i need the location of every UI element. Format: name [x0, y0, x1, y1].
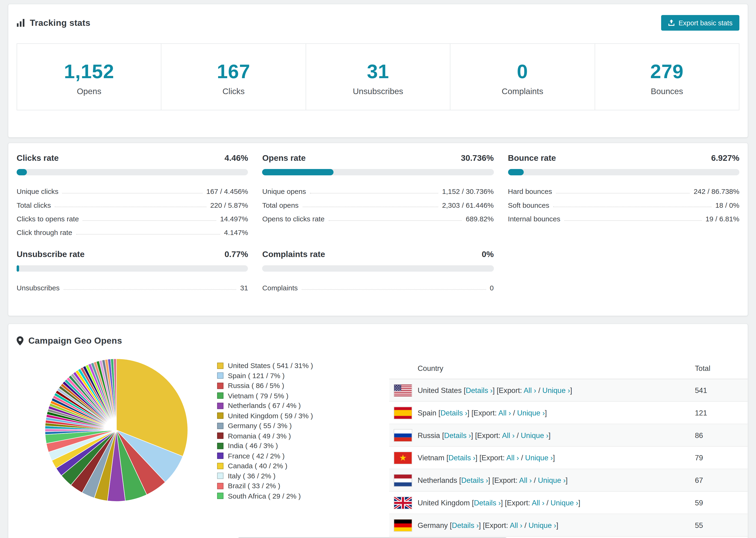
rate-detail-row: Hard bounces242 / 86.738% — [508, 182, 739, 195]
flag-icon-ru — [394, 429, 412, 441]
country-cell: United Kingdom [Details ›] [Export: All … — [418, 499, 695, 507]
dotted-leader — [83, 220, 216, 221]
flag-icon-nl — [394, 474, 412, 486]
rate-title: Bounce rate — [508, 153, 556, 163]
dotted-leader — [302, 289, 486, 290]
rate-details: Hard bounces242 / 86.738%Soft bounces18 … — [508, 182, 739, 223]
stat-value: 279 — [595, 61, 739, 82]
dotted-leader — [556, 193, 690, 193]
progress-bar — [262, 265, 494, 272]
country-column-header: Country — [418, 364, 695, 372]
geo-pie-chart[interactable] — [44, 358, 189, 503]
rate-detail-row: Unsubscribes31 — [17, 278, 248, 292]
rate-head: Opens rate30.736% — [262, 153, 494, 163]
export-all-link[interactable]: All › — [507, 454, 519, 462]
details-link[interactable]: Details › — [466, 386, 493, 394]
geo-content: United States ( 541 / 31% )Spain ( 121 /… — [17, 355, 748, 537]
total-cell: 67 — [695, 476, 748, 484]
export-unique-link[interactable]: Unique › — [551, 499, 578, 507]
legend-item: France ( 42 / 2% ) — [217, 451, 378, 461]
legend-item: United States ( 541 / 31% ) — [217, 360, 378, 371]
details-link[interactable]: Details › — [461, 476, 488, 484]
export-unique-link[interactable]: Unique › — [525, 454, 553, 462]
flag-icon-us — [394, 384, 412, 396]
export-all-link[interactable]: All › — [523, 386, 536, 394]
rate-detail-value: 14.497% — [220, 215, 248, 223]
dotted-leader — [76, 234, 220, 235]
total-cell: 79 — [695, 454, 748, 462]
legend-label: Italy ( 36 / 2% ) — [228, 472, 276, 480]
rate-detail-value: 689.82% — [466, 215, 494, 223]
legend-label: Vietnam ( 79 / 5% ) — [228, 392, 289, 400]
rate-block-clicks-rate: Clicks rate4.46%Unique clicks167 / 4.456… — [17, 153, 248, 237]
export-all-link[interactable]: All › — [499, 409, 511, 417]
flag-column-spacer — [394, 362, 412, 374]
export-unique-link[interactable]: Unique › — [517, 409, 545, 417]
export-all-link[interactable]: All › — [502, 431, 514, 439]
progress-bar — [17, 265, 248, 272]
legend-label: Brazil ( 33 / 2% ) — [228, 482, 280, 490]
details-link[interactable]: Details › — [444, 431, 471, 439]
export-all-link[interactable]: All › — [519, 476, 532, 484]
stat-value: 167 — [162, 61, 305, 82]
rate-detail-row: Total opens2,303 / 61.446% — [262, 195, 494, 209]
stat-box-opens: 1,152Opens — [17, 44, 161, 110]
rate-detail-row: Total clicks220 / 5.87% — [17, 195, 248, 209]
dotted-leader — [328, 220, 462, 221]
legend-item: Italy ( 36 / 2% ) — [217, 471, 378, 481]
stat-label: Opens — [17, 87, 161, 97]
country-cell: Netherlands [Details ›] [Export: All › /… — [418, 476, 695, 484]
legend-label: United States ( 541 / 31% ) — [228, 362, 313, 369]
rate-block-bounce-rate: Bounce rate6.927%Hard bounces242 / 86.73… — [508, 153, 739, 237]
legend-swatch — [217, 393, 224, 399]
progress-bar-fill — [17, 265, 19, 272]
stat-box-bounces: 279Bounces — [594, 44, 739, 110]
legend-swatch — [217, 383, 224, 389]
stat-label: Clicks — [162, 87, 305, 97]
details-link[interactable]: Details › — [474, 499, 501, 507]
export-unique-link[interactable]: Unique › — [528, 521, 556, 529]
legend-swatch — [217, 473, 224, 479]
legend-swatch — [217, 433, 224, 439]
details-link[interactable]: Details › — [449, 454, 475, 462]
rate-detail-value: 4.147% — [224, 229, 248, 237]
stat-value: 31 — [306, 61, 450, 82]
rate-details: Complaints0 — [262, 278, 494, 292]
export-button-label: Export basic stats — [678, 19, 732, 27]
export-all-link[interactable]: All › — [510, 521, 522, 529]
rate-detail-label: Total opens — [262, 201, 298, 209]
rate-head: Complaints rate0% — [262, 250, 494, 260]
rates-grid: Clicks rate4.46%Unique clicks167 / 4.456… — [17, 153, 739, 292]
rate-detail-label: Soft bounces — [508, 201, 549, 209]
stat-box-complaints: 0Complaints — [450, 44, 594, 110]
export-unique-link[interactable]: Unique › — [521, 431, 549, 439]
rate-detail-value: 31 — [240, 284, 248, 292]
legend-label: France ( 42 / 2% ) — [228, 452, 285, 459]
export-all-link[interactable]: All › — [532, 499, 544, 507]
legend-swatch — [217, 463, 224, 469]
legend-item: Canada ( 40 / 2% ) — [217, 461, 378, 471]
flag-icon-gb — [394, 497, 412, 509]
rate-detail-row: Unique opens1,152 / 30.736% — [262, 182, 494, 195]
rate-block-complaints-rate: Complaints rate0%Complaints0 — [262, 250, 494, 292]
rate-detail-label: Complaints — [262, 284, 298, 292]
geo-table-row: Germany [Details ›] [Export: All › / Uni… — [389, 514, 748, 537]
stat-label: Complaints — [451, 87, 594, 97]
dotted-leader — [63, 289, 236, 290]
geo-table: Country Total United States [Details ›] … — [389, 358, 748, 537]
export-basic-stats-button[interactable]: Export basic stats — [661, 15, 739, 31]
legend-label: South Africa ( 29 / 2% ) — [228, 492, 301, 500]
legend-swatch — [217, 372, 224, 379]
geo-table-row: Netherlands [Details ›] [Export: All › /… — [389, 469, 748, 492]
legend-label: Spain ( 121 / 7% ) — [228, 372, 285, 380]
legend-label: Netherlands ( 67 / 4% ) — [228, 402, 301, 409]
export-unique-link[interactable]: Unique › — [542, 386, 570, 394]
details-link[interactable]: Details › — [441, 409, 467, 417]
export-unique-link[interactable]: Unique › — [538, 476, 566, 484]
total-cell: 59 — [695, 499, 748, 507]
legend-swatch — [217, 362, 224, 369]
dotted-leader — [55, 207, 206, 207]
rate-title: Clicks rate — [17, 153, 59, 163]
details-link[interactable]: Details › — [452, 521, 479, 529]
rate-detail-label: Total clicks — [17, 201, 51, 209]
